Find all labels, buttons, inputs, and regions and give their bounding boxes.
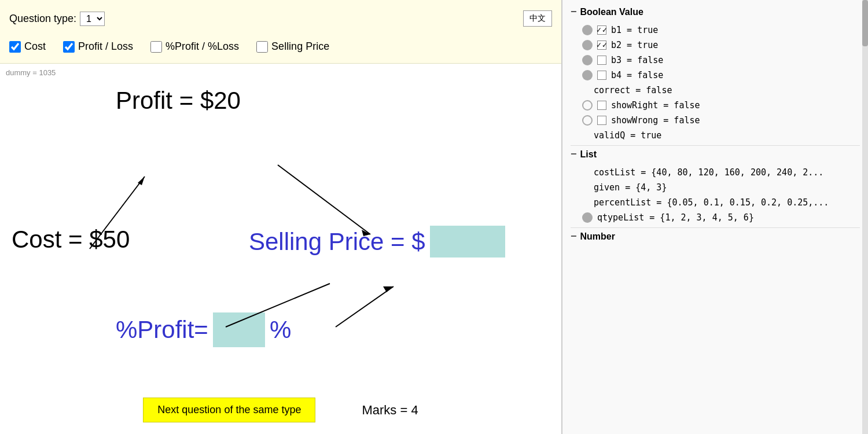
b1-row: ✓ b1 = true bbox=[571, 23, 860, 38]
qtype-list-row: qtypeList = {1, 2, 3, 4, 5, 6} bbox=[571, 210, 860, 225]
list-section-header[interactable]: − List bbox=[571, 148, 860, 160]
scrollbar-track[interactable] bbox=[862, 0, 868, 434]
checkboxes-row: Cost Profit / Loss %Profit / %Loss Selli… bbox=[9, 41, 552, 53]
b4-row: b4 = false bbox=[571, 68, 860, 83]
percent-list-row: percentList = {0.05, 0.1, 0.15, 0.2, 0.2… bbox=[571, 195, 860, 210]
dummy-label: dummy = 1035 bbox=[6, 68, 56, 77]
list-section-title: List bbox=[580, 149, 597, 160]
profit-percent-label: %Profit= bbox=[116, 316, 208, 344]
b3-row: b3 = false bbox=[571, 53, 860, 68]
b4-checkbox[interactable] bbox=[597, 71, 606, 80]
show-right-checkbox[interactable] bbox=[597, 101, 606, 110]
boolean-collapse-icon[interactable]: − bbox=[571, 6, 577, 18]
validq-row: validQ = true bbox=[571, 128, 860, 143]
selling-checkbox[interactable] bbox=[256, 41, 268, 53]
b2-row: ✓ b2 = true bbox=[571, 38, 860, 53]
right-panel: − Boolean Value ✓ b1 = true ✓ b2 = true … bbox=[561, 0, 868, 434]
show-right-radio[interactable] bbox=[582, 100, 593, 111]
chinese-button[interactable]: 中文 bbox=[523, 10, 552, 27]
boolean-section-header[interactable]: − Boolean Value bbox=[571, 6, 860, 18]
left-panel: Question type: 1 2 3 中文 Cost Profit / Lo… bbox=[0, 0, 561, 434]
b2-checkbox[interactable]: ✓ bbox=[597, 41, 606, 50]
svg-marker-1 bbox=[138, 176, 145, 185]
checkbox-cost[interactable]: Cost bbox=[9, 41, 46, 53]
checkbox-selling[interactable]: Selling Price bbox=[256, 41, 329, 53]
b4-label: b4 = false bbox=[611, 70, 663, 80]
number-section-title: Number bbox=[580, 231, 615, 242]
checkbox-profit-loss[interactable]: Profit / Loss bbox=[63, 41, 133, 53]
cost-label: Cost bbox=[24, 41, 46, 53]
number-collapse-icon[interactable]: − bbox=[571, 230, 577, 242]
show-wrong-checkbox[interactable] bbox=[597, 116, 606, 125]
show-right-row: showRight = false bbox=[571, 98, 860, 113]
profit-percent-display: %Profit= % bbox=[116, 312, 291, 347]
cost-display: Cost = $50 bbox=[12, 226, 130, 253]
scrollbar-thumb[interactable] bbox=[862, 0, 868, 46]
b1-checkbox[interactable]: ✓ bbox=[597, 25, 606, 35]
selling-price-display: Selling Price = $ bbox=[249, 226, 505, 258]
marks-display: Marks = 4 bbox=[362, 403, 418, 418]
svg-line-2 bbox=[278, 165, 370, 234]
b1-radio[interactable] bbox=[582, 25, 593, 35]
number-section-header[interactable]: − Number bbox=[571, 230, 860, 242]
checkbox-percent[interactable]: %Profit / %Loss bbox=[150, 41, 239, 53]
profit-loss-checkbox[interactable] bbox=[63, 41, 75, 53]
cost-list-row: costList = {40, 80, 120, 160, 200, 240, … bbox=[571, 165, 860, 180]
question-type-text: Question type: bbox=[9, 13, 76, 25]
show-wrong-row: showWrong = false bbox=[571, 113, 860, 128]
selling-label: Selling Price bbox=[271, 41, 329, 53]
profit-percent-input[interactable] bbox=[213, 312, 265, 347]
next-question-button[interactable]: Next question of the same type bbox=[143, 398, 315, 422]
question-type-label: Question type: 1 2 3 bbox=[9, 12, 105, 26]
show-wrong-radio[interactable] bbox=[582, 115, 593, 126]
correct-row: correct = false bbox=[571, 83, 860, 98]
b3-checkbox[interactable] bbox=[597, 56, 606, 65]
selling-price-label: Selling Price = $ bbox=[249, 228, 425, 256]
selling-price-input[interactable] bbox=[430, 226, 505, 258]
profit-loss-label: Profit / Loss bbox=[78, 41, 133, 53]
b1-label: b1 = true bbox=[611, 25, 658, 35]
svg-line-5 bbox=[336, 286, 393, 327]
percent-checkbox[interactable] bbox=[150, 41, 162, 53]
bottom-row: Next question of the same type Marks = 4 bbox=[0, 398, 561, 422]
b3-label: b3 = false bbox=[611, 55, 663, 65]
svg-marker-6 bbox=[383, 286, 393, 292]
cost-checkbox[interactable] bbox=[9, 41, 21, 53]
qtype-radio[interactable] bbox=[582, 212, 593, 223]
given-row: given = {4, 3} bbox=[571, 180, 860, 195]
b2-radio[interactable] bbox=[582, 40, 593, 50]
question-type-select[interactable]: 1 2 3 bbox=[80, 12, 105, 26]
b2-label: b2 = true bbox=[611, 40, 658, 50]
main-content: dummy = 1035 Profit = $20 Cost = $50 Sel… bbox=[0, 64, 561, 434]
b3-radio[interactable] bbox=[582, 55, 593, 65]
boolean-section-title: Boolean Value bbox=[580, 7, 643, 17]
show-right-label: showRight = false bbox=[611, 100, 700, 111]
b4-radio[interactable] bbox=[582, 70, 593, 80]
profit-display: Profit = $20 bbox=[116, 87, 241, 115]
qtype-list-label: qtypeList = {1, 2, 3, 4, 5, 6} bbox=[597, 212, 754, 223]
show-wrong-label: showWrong = false bbox=[611, 115, 700, 126]
toolbar: Question type: 1 2 3 中文 Cost Profit / Lo… bbox=[0, 0, 561, 64]
list-collapse-icon[interactable]: − bbox=[571, 148, 577, 160]
percent-label: %Profit / %Loss bbox=[165, 41, 239, 53]
question-type-row: Question type: 1 2 3 中文 bbox=[9, 10, 552, 27]
profit-percent-suffix: % bbox=[270, 316, 291, 344]
